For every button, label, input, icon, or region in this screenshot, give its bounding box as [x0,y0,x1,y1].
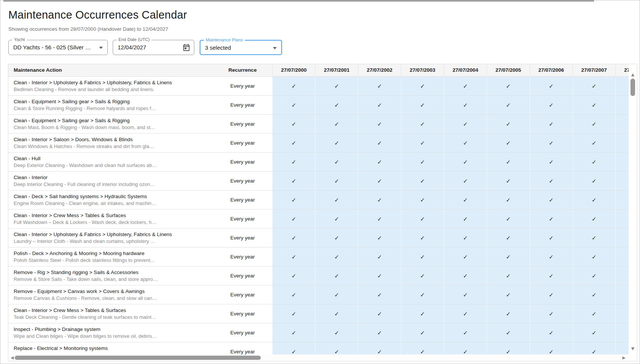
occurrence-cell: ✓ [487,191,530,209]
occurrence-cell: ✓ [572,247,615,266]
check-icon: ✓ [334,348,339,355]
occurrence-cell: ✓ [358,77,401,95]
check-icon: ✓ [420,121,425,127]
occurrence-cell: ✓ [572,191,615,209]
occurrence-cell: ✓ [615,96,629,114]
recurrence-cell: Every year [213,210,272,228]
check-icon: ✓ [549,292,554,298]
occurrence-cell: ✓ [487,115,530,133]
check-icon: ✓ [420,254,425,260]
check-icon: ✓ [463,254,468,260]
occurrence-cell: ✓ [272,134,315,152]
occurrence-cell: ✓ [401,115,444,133]
table-row: Inspect - Plumbing > Drainage systemWipe… [8,323,629,342]
occurrence-cell: ✓ [530,96,572,114]
date-column-header: 27/07/2008 [615,64,629,76]
check-icon: ✓ [420,235,425,241]
check-icon: ✓ [292,310,296,317]
check-icon: ✓ [420,102,425,108]
table-row: Clean - HullDeep Exterior Cleaning - Was… [8,153,629,172]
occurrence-cell: ✓ [358,323,401,342]
occurrence-cell: ✓ [272,96,315,114]
check-icon: ✓ [377,273,382,279]
check-icon: ✓ [334,292,339,298]
maintenance-action-title: Clean - Equipment > Sailing gear > Sails… [14,117,209,124]
check-icon: ✓ [549,216,554,222]
maintenance-action-detail: Teak Deck Cleaning - Gentle cleaning of … [14,314,209,321]
check-icon: ✓ [592,235,597,241]
check-icon: ✓ [377,310,382,317]
occurrence-cell: ✓ [444,96,487,114]
maintenance-action-cell: Remove - Rig > Standing rigging > Sails … [8,266,213,285]
occurrence-cell: ✓ [487,172,530,190]
occurrence-cell: ✓ [444,304,487,323]
occurrence-cell: ✓ [444,77,487,95]
check-icon: ✓ [592,102,597,108]
end-date-value: 12/04/2027 [118,40,146,55]
column-header-recurrence: Recurrence [213,64,272,76]
check-icon: ✓ [506,216,511,222]
occurrence-cell: ✓ [358,134,401,152]
check-icon: ✓ [292,159,296,165]
check-icon: ✓ [377,216,382,222]
occurrence-cell: ✓ [315,134,358,152]
maintenance-action-detail: Clean & Store Running Rigging - Remove h… [14,105,209,112]
horizontal-scrollbar-thumb[interactable] [15,356,261,360]
maintenance-action-detail: Engine Room Cleaning - Clean engine, air… [14,200,209,207]
check-icon: ✓ [420,140,425,146]
check-icon: ✓ [377,140,382,146]
scroll-down-icon[interactable]: ▼ [629,347,637,351]
maintenance-action-title: Clean - Equipment > Sailing gear > Sails… [14,98,209,105]
scroll-right-icon[interactable]: ▶ [623,355,626,361]
maintenance-action-cell: Clean - Interior > Crew Mess > Tables & … [8,304,213,323]
table-row: Remove - Rig > Standing rigging > Sails … [8,266,629,285]
scroll-left-icon[interactable]: ◀ [11,355,14,361]
calendar-icon[interactable] [182,43,191,52]
check-icon: ✓ [549,197,554,203]
maintenance-action-cell: Clean - Interior > Upholstery & Fabrics … [8,77,213,95]
check-icon: ✓ [506,102,511,108]
maintenance-action-detail: Deep Exterior Cleaning - Washdown and cl… [14,162,209,169]
check-icon: ✓ [592,310,597,317]
occurrence-cell: ✓ [615,172,629,190]
check-icon: ✓ [549,159,554,165]
check-icon: ✓ [377,254,382,260]
occurrence-cell: ✓ [530,266,572,285]
maintenance-plans-select[interactable]: Maintenance Plans 3 selected [200,40,282,55]
check-icon: ✓ [292,216,296,222]
occurrence-cell: ✓ [487,134,530,152]
chevron-down-icon[interactable] [99,47,103,49]
check-icon: ✓ [506,83,511,89]
occurrence-cell: ✓ [572,96,615,114]
occurrence-cell: ✓ [572,304,615,323]
check-icon: ✓ [463,102,468,108]
check-icon: ✓ [463,159,468,165]
maintenance-action-cell: Clean - Equipment > Sailing gear > Sails… [8,96,213,114]
occurrence-cell: ✓ [572,210,615,228]
occurrence-cell: ✓ [315,228,358,247]
check-icon: ✓ [334,254,339,260]
yacht-select[interactable]: Yacht DD Yachts - 56 - 025 (Silver … [8,40,108,55]
occurrence-cell: ✓ [272,323,315,342]
scroll-up-icon[interactable]: ▲ [629,72,637,77]
check-icon: ✓ [463,121,468,127]
recurrence-cell: Every year [213,172,272,190]
vertical-scrollbar[interactable]: ▲ ▼ [629,64,637,355]
occurrence-cell: ✓ [272,285,315,304]
check-icon: ✓ [377,83,382,89]
occurrence-cell: ✓ [315,285,358,304]
horizontal-scrollbar[interactable]: ◀ ▶ [8,355,629,361]
check-icon: ✓ [506,329,511,336]
vertical-scrollbar-thumb[interactable] [631,79,635,96]
occurrence-cell: ✓ [572,153,615,171]
occurrence-cell: ✓ [358,96,401,114]
occurrence-cell: ✓ [530,304,572,323]
occurrence-cell: ✓ [530,210,572,228]
maintenance-action-detail: Clean Windows & Hatches - Remove streaks… [14,143,209,150]
occurrence-cell: ✓ [401,172,444,190]
occurrence-cell: ✓ [358,210,401,228]
occurrence-cell: ✓ [272,172,315,190]
check-icon: ✓ [506,140,511,146]
end-date-input[interactable]: End Date (UTC) 12/04/2027 [113,40,194,55]
chevron-down-icon[interactable] [273,47,277,49]
